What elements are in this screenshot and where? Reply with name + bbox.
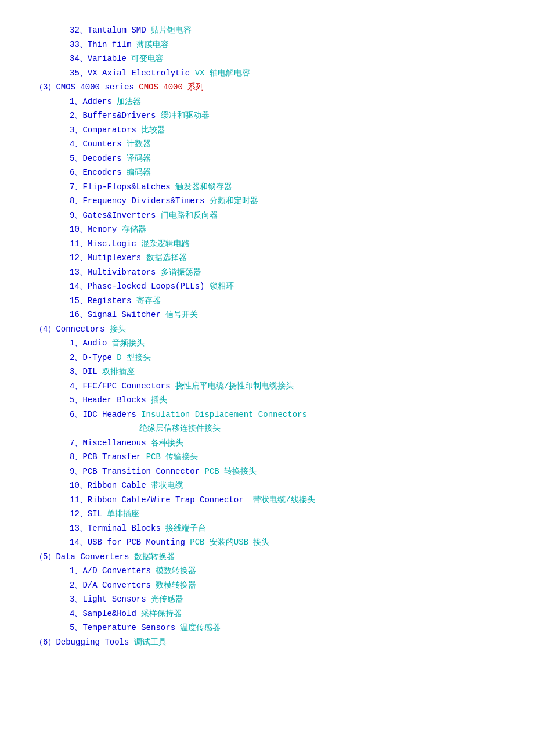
list-item: 13、Multivibrators 多谐振荡器: [35, 265, 499, 280]
list-item: 8、PCB Transfer PCB 传输接头: [35, 450, 499, 465]
list-item: 6、IDC Headers Insulation Displacement Co…: [35, 408, 499, 422]
list-item: 5、Header Blocks 插头: [35, 393, 499, 408]
list-item: 2、D-Type D 型接头: [35, 351, 499, 365]
list-item: 5、Decoders 译码器: [35, 152, 499, 166]
list-item: （5）Data Converters 数据转换器: [35, 550, 499, 564]
list-item: 32、Tantalum SMD 贴片钽电容: [35, 23, 499, 38]
list-item: 12、Mutiplexers 数据选择器: [35, 251, 499, 265]
list-item: 1、Audio 音频接头: [35, 336, 499, 351]
list-item: 8、Frequency Dividers&Timers 分频和定时器: [35, 194, 499, 208]
list-item: 7、Miscellaneous 各种接头: [35, 436, 499, 451]
list-item: （4）Connectors 接头: [35, 322, 499, 337]
list-item: （6）Debugging Tools 调试工具: [35, 635, 499, 650]
list-item: 2、Buffers&Drivers 缓冲和驱动器: [35, 109, 499, 123]
list-item: 11、Ribbon Cable/Wire Trap Connector 带状电缆…: [35, 493, 499, 507]
list-item: 7、Flip-Flops&Latches 触发器和锁存器: [35, 180, 499, 195]
list-item: 1、A/D Converters 模数转换器: [35, 564, 499, 578]
list-item: 16、Signal Switcher 信号开关: [35, 308, 499, 322]
main-content: 32、Tantalum SMD 贴片钽电容33、Thin film 薄膜电容34…: [35, 23, 499, 649]
list-item: 3、DIL 双排插座: [35, 365, 499, 379]
list-item: 12、SIL 单排插座: [35, 507, 499, 521]
list-item: 4、FFC/FPC Connectors 挠性扁平电缆/挠性印制电缆接头: [35, 379, 499, 394]
list-item: 3、Light Sensors 光传感器: [35, 592, 499, 607]
list-item: 9、PCB Transition Connector PCB 转换接头: [35, 465, 499, 479]
list-item: 35、VX Axial Electrolytic VX 轴电解电容: [35, 66, 499, 81]
list-item: 34、Variable 可变电容: [35, 52, 499, 66]
list-item: 9、Gates&Inverters 门电路和反向器: [35, 208, 499, 223]
list-item: 3、Comparators 比较器: [35, 123, 499, 138]
list-item: 15、Registers 寄存器: [35, 294, 499, 308]
list-item: 11、Misc.Logic 混杂逻辑电路: [35, 237, 499, 251]
list-item: 13、Terminal Blocks 接线端子台: [35, 521, 499, 536]
list-item: 10、Memory 存储器: [35, 222, 499, 237]
list-item: 14、Phase-locked Loops(PLLs) 锁相环: [35, 279, 499, 294]
list-item: 4、Sample&Hold 采样保持器: [35, 607, 499, 621]
list-item: 6、Encoders 编码器: [35, 165, 499, 180]
list-item: 10、Ribbon Cable 带状电缆: [35, 478, 499, 493]
list-item: 绝缘层信移连接件接头: [35, 422, 499, 436]
list-item: 14、USB for PCB Mounting PCB 安装的USB 接头: [35, 535, 499, 550]
list-item: 2、D/A Converters 数模转换器: [35, 578, 499, 593]
list-item: （3）CMOS 4000 series CMOS 4000 系列: [35, 80, 499, 95]
list-item: 33、Thin film 薄膜电容: [35, 38, 499, 52]
list-item: 5、Temperature Sensors 温度传感器: [35, 621, 499, 635]
list-item: 4、Counters 计数器: [35, 137, 499, 152]
list-item: 1、Adders 加法器: [35, 95, 499, 109]
